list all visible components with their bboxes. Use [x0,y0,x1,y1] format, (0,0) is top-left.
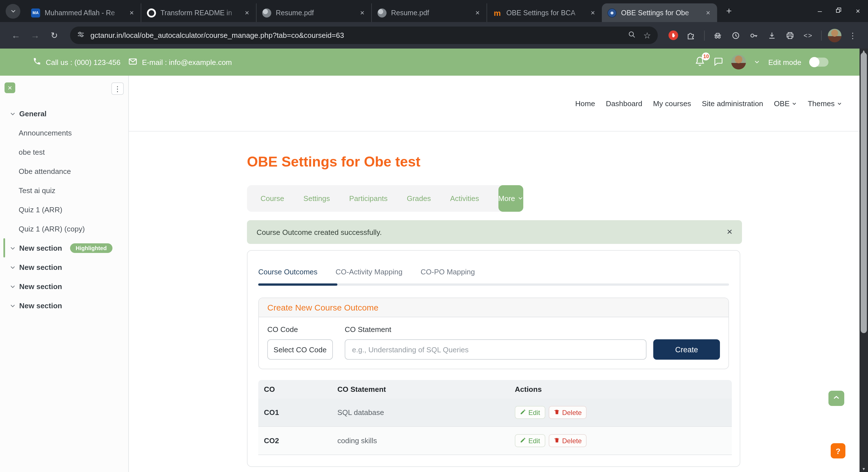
tab-close-button[interactable]: × [127,8,137,18]
adblock-extension-icon[interactable] [666,28,680,43]
incognito-icon[interactable] [710,28,725,43]
password-key-icon[interactable] [746,28,761,43]
scrollbar-down-arrow[interactable]: ▼ [860,467,868,471]
browser-tab-active[interactable]: OBE Settings for Obe × [602,3,717,22]
tab-settings[interactable]: Settings [304,194,330,203]
minimize-button[interactable]: – [818,7,822,15]
help-button[interactable]: ? [831,443,845,459]
browser-tab[interactable]: MA Muhammed Aflah - Re × [25,3,141,22]
code-icon[interactable]: <> [801,28,815,43]
nav-dashboard[interactable]: Dashboard [606,99,642,107]
co-tab-bar: Course Outcomes CO-Activity Mapping CO-P… [258,268,729,276]
sidebar-item-quiz1-copy[interactable]: Quiz 1 (ARR) (copy) [0,219,128,238]
tab-close-button[interactable]: × [703,8,713,18]
create-button[interactable]: Create [653,339,720,360]
nav-obe-dropdown[interactable]: OBE [774,99,797,107]
trash-icon [554,437,560,445]
alert-close-button[interactable]: × [727,226,733,238]
nav-site-administration[interactable]: Site administration [702,99,763,107]
tab-participants[interactable]: Participants [349,194,388,203]
tab-underline [258,283,729,286]
ma-favicon: MA [31,8,40,17]
co-code-select[interactable]: Select CO Code [267,339,333,360]
reload-button[interactable]: ↻ [46,27,62,43]
sidebar-item-new-section[interactable]: New section [0,296,128,315]
browser-menu-button[interactable]: ⋮ [845,28,860,43]
page-title: OBE Settings for Obe test [247,154,868,170]
sidebar-item-test-ai-quiz[interactable]: Test ai quiz [0,181,128,200]
scrollbar-thumb[interactable] [861,53,867,333]
sidebar-item-new-section[interactable]: New section [0,277,128,296]
back-button[interactable]: ← [8,27,24,43]
notification-count-badge: 10 [702,53,710,60]
delete-button[interactable]: Delete [549,434,587,447]
sidebar-item-obe-test[interactable]: obe test [0,142,128,162]
edit-button[interactable]: Edit [515,434,545,447]
moodle-favicon: m [493,8,502,17]
profile-avatar[interactable] [827,28,842,43]
edit-mode-toggle[interactable] [809,58,829,67]
tab-activities[interactable]: Activities [450,194,479,203]
tab-title: OBE Settings for BCA [506,9,588,16]
zoom-icon[interactable] [627,30,636,40]
close-window-button[interactable]: × [856,7,860,15]
edit-button[interactable]: Edit [515,406,545,419]
tab-grades[interactable]: Grades [407,194,431,203]
tab-close-button[interactable]: × [357,8,367,18]
sidebar-item-new-section[interactable]: New section [0,258,128,277]
print-icon[interactable] [783,28,797,43]
nav-my-courses[interactable]: My courses [653,99,691,107]
bookmark-star-icon[interactable]: ☆ [643,30,651,40]
tab-more-dropdown[interactable]: More [498,185,524,212]
delete-button[interactable]: Delete [549,406,587,419]
browser-tab[interactable]: m OBE Settings for BCA × [487,3,602,22]
sidebar-item-general[interactable]: General [0,104,128,123]
user-menu-chevron-icon[interactable] [754,58,761,66]
success-alert: Course Outcome created successfully. × [247,220,742,244]
browser-tab[interactable]: Resume.pdf × [371,3,487,22]
tab-course-outcomes[interactable]: Course Outcomes [258,268,318,276]
sidebar-item-label: Quiz 1 (ARR) [19,205,62,214]
browser-tab[interactable]: Transform README in × [141,3,256,22]
browser-tab[interactable]: Resume.pdf × [256,3,371,22]
new-tab-button[interactable]: + [722,4,736,19]
drawer-menu-button[interactable]: ⋮ [111,82,124,95]
messages-button[interactable] [713,56,724,68]
sidebar-item-label: obe test [19,148,45,156]
address-bar[interactable]: gctanur.in/local/obe_autocalculator/cour… [70,27,658,44]
user-avatar[interactable] [732,55,746,69]
history-icon[interactable] [728,28,743,43]
restore-button[interactable] [836,7,842,15]
tab-co-activity-mapping[interactable]: CO-Activity Mapping [336,268,403,276]
tab-co-po-mapping[interactable]: CO-PO Mapping [421,268,475,276]
sidebar-item-label: Test ai quiz [19,186,55,195]
envelope-icon [129,57,137,67]
extensions-puzzle-icon[interactable] [684,28,699,43]
obe-settings-card: Course Outcomes CO-Activity Mapping CO-P… [247,250,740,467]
tab-search-button[interactable] [6,4,20,19]
tab-course[interactable]: Course [260,194,284,203]
co-statement-input[interactable] [345,339,647,360]
tab-close-button[interactable]: × [472,8,483,18]
tab-close-button[interactable]: × [242,8,252,18]
phone-icon [33,57,41,67]
notifications-button[interactable]: 10 [695,56,706,68]
scroll-to-top-button[interactable] [829,391,844,406]
forward-button[interactable]: → [27,27,43,43]
user-menu-area: 10 Edit mode [695,55,829,69]
sidebar-item-quiz1[interactable]: Quiz 1 (ARR) [0,200,128,219]
drawer-close-button[interactable]: × [4,82,15,93]
browser-window: MA Muhammed Aflah - Re × Transform READM… [0,0,868,472]
page-scrollbar[interactable]: ▲ ▼ [860,48,868,472]
sidebar-item-obe-attendance[interactable]: Obe attendance [0,162,128,181]
sidebar-item-new-section-highlighted[interactable]: New section Highlighted [0,238,128,258]
chevron-up-icon [832,393,840,403]
globe-favicon [377,8,386,17]
download-icon[interactable] [765,28,779,43]
window-controls: – × [818,0,860,22]
tab-close-button[interactable]: × [588,8,598,18]
sidebar-item-announcements[interactable]: Announcements [0,123,128,142]
nav-home[interactable]: Home [575,99,595,107]
nav-themes-dropdown[interactable]: Themes [808,99,842,107]
co-statement-label: CO Statement [345,325,391,334]
